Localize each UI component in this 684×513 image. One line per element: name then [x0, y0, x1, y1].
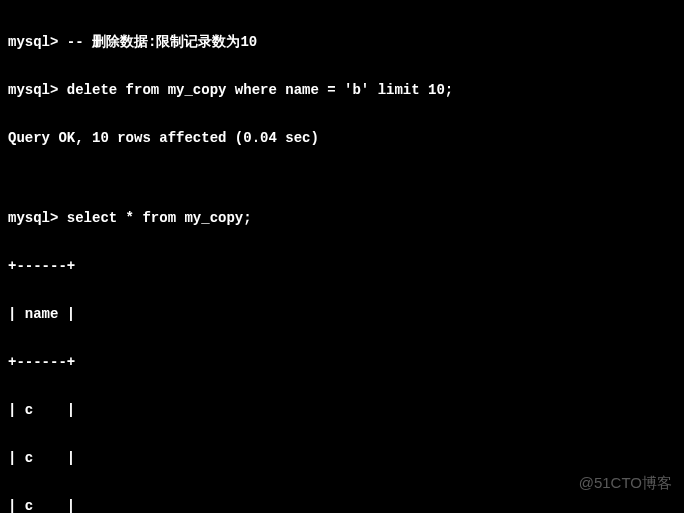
table-border-top: +------+	[8, 258, 676, 274]
select-query-line: mysql> select * from my_copy;	[8, 210, 676, 226]
query-ok-line: Query OK, 10 rows affected (0.04 sec)	[8, 130, 676, 146]
mysql-terminal[interactable]: mysql> -- 删除数据:限制记录数为10 mysql> delete fr…	[0, 0, 684, 513]
table-row: | c |	[8, 498, 676, 513]
table-row: | c |	[8, 402, 676, 418]
comment-line: mysql> -- 删除数据:限制记录数为10	[8, 34, 676, 50]
table-header: | name |	[8, 306, 676, 322]
table-row: | c |	[8, 450, 676, 466]
table-border-mid: +------+	[8, 354, 676, 370]
delete-query-line: mysql> delete from my_copy where name = …	[8, 82, 676, 98]
watermark-text: @51CTO博客	[579, 475, 672, 491]
